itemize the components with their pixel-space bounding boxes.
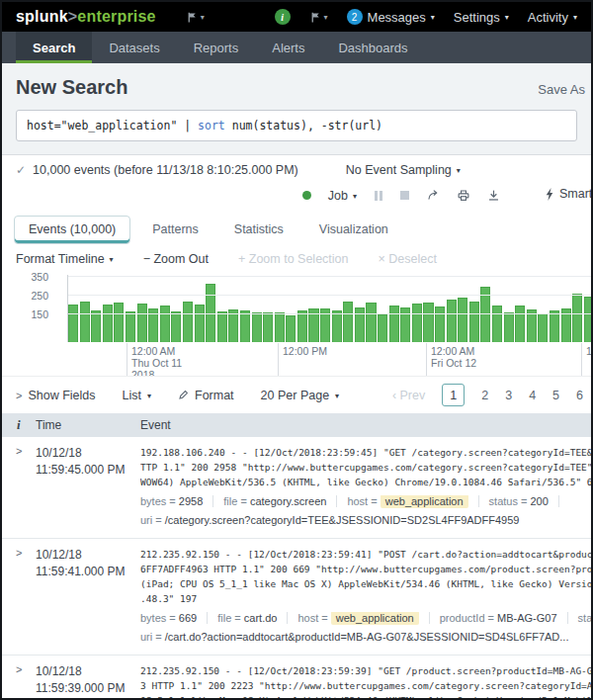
timeline-bar[interactable]: [80, 302, 90, 342]
timeline-bar[interactable]: [126, 311, 135, 342]
timeline-bar[interactable]: [183, 302, 193, 342]
timeline-bar[interactable]: [195, 305, 205, 342]
print-button[interactable]: [457, 189, 470, 202]
timeline-bar[interactable]: [412, 304, 422, 342]
show-fields-toggle[interactable]: > Show Fields: [16, 389, 96, 402]
result-tab-statistics[interactable]: Statistics: [220, 217, 297, 243]
timeline-bar[interactable]: [492, 306, 502, 342]
pause-button[interactable]: [374, 191, 383, 201]
timeline-bar[interactable]: [114, 303, 124, 342]
page-button-5[interactable]: 5: [552, 389, 559, 402]
timeline-bar[interactable]: [103, 305, 113, 342]
timeline-bar[interactable]: [171, 311, 181, 342]
timeline-bar[interactable]: [91, 310, 101, 342]
timeline-bar[interactable]: [389, 306, 399, 342]
field-value-file[interactable]: cart.do: [244, 612, 278, 624]
share-button[interactable]: [426, 189, 440, 202]
timeline-bar[interactable]: [240, 310, 250, 342]
settings-menu[interactable]: Settings ▾: [454, 10, 509, 25]
expand-chevron-icon[interactable]: >: [16, 547, 22, 559]
timeline-bar[interactable]: [332, 310, 342, 342]
timeline-bar[interactable]: [378, 314, 387, 342]
field-bytes[interactable]: bytes = 669: [140, 612, 208, 624]
page-button-6[interactable]: 6: [576, 389, 583, 402]
timeline-bar[interactable]: [297, 310, 307, 342]
page-button-1[interactable]: 1: [442, 384, 465, 406]
messages-menu[interactable]: 2 Messages ▾: [347, 9, 435, 25]
field-value-host[interactable]: web_application: [381, 495, 468, 508]
format-menu[interactable]: Format: [178, 389, 234, 402]
app-nav-item-dashboards[interactable]: Dashboards: [321, 32, 424, 63]
field-host[interactable]: host = web_application: [347, 495, 478, 507]
field-status[interactable]: status =: [578, 612, 591, 624]
event-timeline-chart[interactable]: 35025015012:00 AMThu Oct 11201812:00 PM1…: [2, 275, 591, 376]
field-file[interactable]: file = category.screen: [223, 495, 337, 507]
smart-mode-menu[interactable]: Smart Mode▾: [545, 187, 591, 201]
zoom-out-button[interactable]: − Zoom Out: [143, 252, 209, 266]
app-nav-item-datasets[interactable]: Datasets: [92, 32, 176, 63]
timeline-bar[interactable]: [572, 294, 582, 342]
timeline-bar[interactable]: [504, 312, 514, 342]
event-raw-text[interactable]: WOW64) AppleWebKit/536.5 (KHTML, like Ge…: [140, 475, 591, 489]
event-raw-text[interactable]: 212.235.92.150 - - [12/Oct/2018:23:59:39…: [140, 663, 591, 678]
field-file[interactable]: file = cart.do: [217, 612, 288, 624]
field-value-uri[interactable]: /cart.do?action=addtocart&productId=MB-A…: [165, 631, 569, 643]
timeline-bar[interactable]: [458, 298, 467, 342]
page-button-2[interactable]: 2: [481, 389, 488, 402]
timeline-bar[interactable]: [435, 306, 445, 342]
field-value-host[interactable]: web_application: [331, 612, 419, 625]
field-value-bytes[interactable]: 669: [179, 612, 197, 624]
list-view-menu[interactable]: List▾: [123, 389, 151, 402]
timeline-plot[interactable]: [67, 275, 591, 342]
splunk-logo[interactable]: splunk>enterprise: [16, 8, 156, 26]
event-raw-text[interactable]: 212.235.92.150 - - [12/Oct/2018:23:59:41…: [140, 547, 591, 562]
field-value-file[interactable]: category.screen: [250, 495, 326, 507]
timeline-bar[interactable]: [68, 305, 78, 342]
per-page-menu[interactable]: 20 Per Page▾: [261, 389, 340, 402]
prev-page-button[interactable]: ‹ Prev: [392, 389, 425, 402]
event-raw-text[interactable]: 192.188.106.240 - - [12/Oct/2018:23:59:4…: [140, 445, 591, 460]
search-input[interactable]: host="web_application" | sort num(status…: [16, 110, 577, 141]
field-productId[interactable]: productId = MB-AG-G07: [440, 612, 568, 624]
timeline-bar[interactable]: [366, 303, 376, 342]
timeline-bar[interactable]: [217, 311, 227, 342]
job-menu[interactable]: Job▾: [328, 189, 357, 203]
timeline-bar[interactable]: [447, 300, 457, 342]
page-button-3[interactable]: 3: [505, 389, 512, 402]
event-raw-text[interactable]: .48.3" 197: [140, 591, 591, 606]
expand-chevron-icon[interactable]: >: [16, 445, 22, 457]
timeline-bar[interactable]: [469, 302, 479, 342]
timeline-bar[interactable]: [423, 303, 433, 342]
timeline-bar[interactable]: [550, 310, 559, 342]
timeline-bar[interactable]: [275, 312, 285, 342]
event-uri-field[interactable]: uri = /category.screen?categoryId=TEE&JS…: [140, 514, 591, 532]
event-raw-text[interactable]: 6FF7ADFF4963 HTTP 1.1" 200 669 "http://w…: [140, 562, 591, 576]
stop-button[interactable]: [400, 191, 409, 200]
event-uri-field[interactable]: uri = /cart.do?action=addtocart&productI…: [140, 631, 591, 649]
event-sampling-menu[interactable]: No Event Sampling▾: [346, 163, 461, 177]
timeline-bar[interactable]: [538, 313, 548, 342]
app-nav-item-alerts[interactable]: Alerts: [255, 32, 321, 63]
timeline-bar[interactable]: [137, 304, 147, 342]
zoom-to-selection-button[interactable]: + Zoom to Selection: [238, 252, 349, 266]
timeline-bar[interactable]: [252, 312, 262, 342]
event-raw-text[interactable]: 3 HTTP 1.1" 200 2223 "http://www.butterc…: [140, 678, 591, 693]
page-button-4[interactable]: 4: [529, 389, 536, 402]
event-raw-text[interactable]: (iPad; CPU OS 5_1_1 like Mac OS X) Apple…: [140, 576, 591, 591]
timeline-bar[interactable]: [286, 315, 296, 342]
field-bytes[interactable]: bytes = 2958: [140, 495, 213, 507]
timeline-bar[interactable]: [160, 306, 170, 342]
field-status[interactable]: status = 200: [489, 495, 559, 507]
event-raw-text[interactable]: TTP 1.1" 200 2958 "http://www.buttercupg…: [140, 460, 591, 475]
save-as-button[interactable]: Save As: [538, 82, 585, 97]
info-badge[interactable]: i: [275, 9, 291, 25]
field-host[interactable]: host = web_application: [297, 612, 429, 624]
event-raw-text[interactable]: OS 5_1_1 like Mac OS X) AppleWebKit/534.…: [140, 693, 591, 700]
result-tab-visualization[interactable]: Visualization: [305, 217, 402, 243]
pennant-icon[interactable]: ▾: [309, 11, 328, 24]
activity-menu[interactable]: Activity ▾: [528, 10, 577, 25]
timeline-bar[interactable]: [527, 309, 537, 342]
field-value-uri[interactable]: /category.screen?categoryId=TEE&JSESSION…: [165, 514, 520, 526]
timeline-bar[interactable]: [263, 312, 273, 342]
timeline-bar[interactable]: [515, 306, 525, 342]
